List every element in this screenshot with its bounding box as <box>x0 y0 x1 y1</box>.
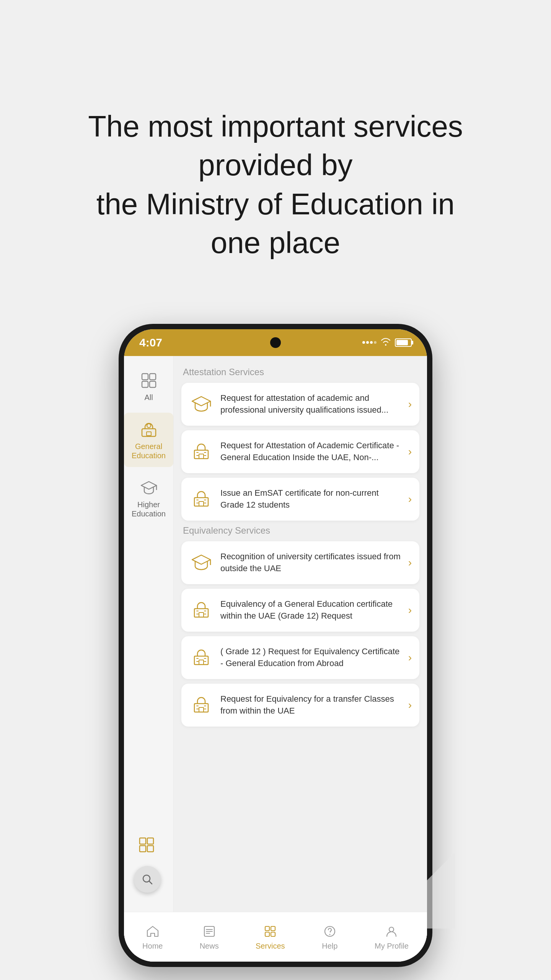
svg-rect-3 <box>150 381 156 387</box>
service-card-6-text: ( Grade 12 ) Request for Equivalency Cer… <box>220 646 401 670</box>
svg-point-30 <box>389 927 394 932</box>
camera-notch <box>270 337 281 348</box>
svg-rect-1 <box>150 374 156 380</box>
profile-nav-icon <box>383 923 399 939</box>
signal-dots <box>362 341 377 344</box>
home-nav-icon <box>145 923 161 939</box>
status-time: 4:07 <box>139 336 162 349</box>
home-nav-label: Home <box>142 942 163 951</box>
wifi-icon <box>380 337 391 348</box>
search-fab-button[interactable] <box>134 866 161 893</box>
service-card-5[interactable]: Equivalency of a General Education certi… <box>181 589 419 632</box>
svg-rect-10 <box>199 454 204 459</box>
svg-rect-25 <box>271 926 275 931</box>
general-education-icon <box>139 420 159 439</box>
sidebar-item-all[interactable]: All <box>124 364 173 409</box>
svg-line-32 <box>149 881 152 884</box>
svg-rect-0 <box>142 374 148 380</box>
svg-rect-33 <box>140 838 146 844</box>
arrow-icon-4: › <box>408 557 412 569</box>
attestation-section-header: Attestation Services <box>181 367 419 377</box>
grid-fab-button[interactable] <box>133 831 160 858</box>
nav-item-services[interactable]: Services <box>256 923 285 951</box>
headline-section: The most important services provided by … <box>0 0 551 309</box>
graduation-icon-2 <box>189 550 214 575</box>
services-nav-icon <box>262 923 278 939</box>
nav-item-help[interactable]: Help <box>322 923 338 951</box>
service-card-2-text: Request for Attestation of Academic Cert… <box>220 440 401 464</box>
phone-mockup: 4:07 <box>119 324 432 967</box>
svg-rect-15 <box>199 612 204 617</box>
news-nav-icon <box>201 923 217 939</box>
service-card-3-text: Issue an EmSAT certificate for non-curre… <box>220 487 401 511</box>
svg-rect-12 <box>199 501 204 506</box>
svg-rect-24 <box>265 926 269 931</box>
arrow-icon-2: › <box>408 446 412 458</box>
svg-rect-19 <box>199 707 204 712</box>
service-card-1-text: Request for attestation of academic and … <box>220 392 401 416</box>
service-card-3[interactable]: Issue an EmSAT certificate for non-curre… <box>181 478 419 521</box>
bottom-nav: Home News <box>124 912 427 962</box>
nav-item-profile[interactable]: My Profile <box>375 923 409 951</box>
service-card-7[interactable]: Request for Equivalency for a transfer C… <box>181 684 419 727</box>
svg-rect-2 <box>142 381 148 387</box>
service-card-7-text: Request for Equivalency for a transfer C… <box>220 693 401 717</box>
service-card-4-text: Recognition of university certificates i… <box>220 551 401 575</box>
svg-rect-5 <box>147 432 151 436</box>
phone-screen: 4:07 <box>124 329 427 962</box>
help-nav-icon <box>322 923 338 939</box>
graduation-icon-1 <box>189 392 214 416</box>
app-content: All General Education <box>124 356 427 962</box>
profile-nav-label: My Profile <box>375 942 409 951</box>
service-card-4[interactable]: Recognition of university certificates i… <box>181 541 419 584</box>
sidebar-item-general-education[interactable]: General Education <box>124 413 173 467</box>
svg-rect-27 <box>271 932 275 936</box>
service-card-5-text: Equivalency of a General Education certi… <box>220 598 401 622</box>
building-icon-5 <box>189 693 214 717</box>
svg-rect-26 <box>265 932 269 936</box>
service-card-1[interactable]: Request for attestation of academic and … <box>181 383 419 426</box>
news-nav-label: News <box>200 942 219 951</box>
higher-education-icon <box>139 478 159 498</box>
content-area: Attestation Services Request for attesta… <box>174 356 427 912</box>
all-icon <box>139 371 159 390</box>
sidebar-general-education-label: General Education <box>128 442 170 460</box>
sidebar-all-label: All <box>144 393 153 402</box>
services-nav-label: Services <box>256 942 285 951</box>
sidebar-higher-education-label: Higher Education <box>128 500 170 518</box>
equivalency-section-header: Equivalency Services <box>181 525 419 536</box>
svg-rect-34 <box>147 838 153 844</box>
battery-icon <box>395 338 412 347</box>
arrow-icon-3: › <box>408 493 412 505</box>
service-card-2[interactable]: Request for Attestation of Academic Cert… <box>181 430 419 473</box>
sidebar: All General Education <box>124 356 174 912</box>
headline-line1: The most important services provided by <box>88 109 463 182</box>
arrow-icon-5: › <box>408 604 412 616</box>
headline-line2: the Ministry of Education in one place <box>96 187 455 260</box>
nav-item-news[interactable]: News <box>200 923 219 951</box>
svg-rect-35 <box>140 846 146 852</box>
building-icon-2 <box>189 487 214 511</box>
status-icons <box>362 337 412 348</box>
building-icon-3 <box>189 598 214 622</box>
nav-item-home[interactable]: Home <box>142 923 163 951</box>
status-bar: 4:07 <box>124 329 427 356</box>
building-icon-1 <box>189 439 214 464</box>
headline-text: The most important services provided by … <box>77 107 474 263</box>
help-nav-label: Help <box>322 942 337 951</box>
arrow-icon-1: › <box>408 398 412 410</box>
sidebar-item-higher-education[interactable]: Higher Education <box>124 471 173 525</box>
arrow-icon-7: › <box>408 699 412 711</box>
main-body: All General Education <box>124 356 427 912</box>
arrow-icon-6: › <box>408 652 412 664</box>
service-card-6[interactable]: ( Grade 12 ) Request for Equivalency Cer… <box>181 636 419 679</box>
svg-point-6 <box>147 424 151 428</box>
svg-point-29 <box>329 934 330 935</box>
building-icon-4 <box>189 645 214 670</box>
svg-rect-17 <box>199 660 204 665</box>
svg-rect-36 <box>147 846 153 852</box>
